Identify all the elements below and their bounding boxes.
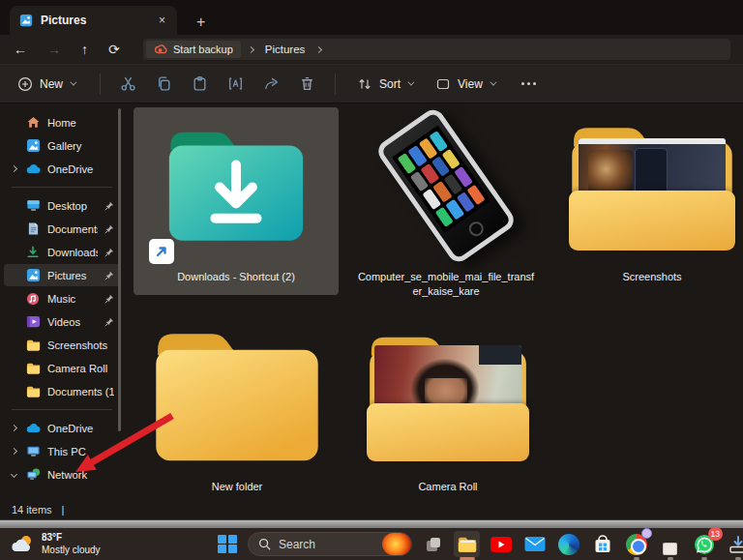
file-name: Camera Roll <box>350 480 546 494</box>
chevron-right-icon[interactable] <box>11 165 17 172</box>
folder-icon <box>25 361 41 376</box>
network-icon <box>25 467 41 483</box>
taskbar-weather-widget[interactable]: 83°F Mostly cloudy <box>10 531 101 556</box>
mail-icon <box>524 536 546 552</box>
sidebar-item-label: Screenshots <box>47 339 114 351</box>
breadcrumb-chevron-icon[interactable] <box>315 45 322 52</box>
file-explorer-window: Pictures × + ← → ↑ ⟳ Start backup Pictur… <box>0 0 743 519</box>
desktop-screen: Pictures × + ← → ↑ ⟳ Start backup Pictur… <box>0 0 743 560</box>
sidebar-item-label: Downloads <box>47 247 98 258</box>
file-tile-camera-roll[interactable]: Camera Roll <box>350 317 546 507</box>
start-button[interactable] <box>215 532 240 557</box>
sort-button[interactable]: Sort <box>357 76 412 92</box>
sidebar-scrollbar[interactable] <box>118 108 121 431</box>
taskbar-chrome-button[interactable] <box>623 531 649 557</box>
plus-circle-icon <box>17 76 33 92</box>
delete-button[interactable] <box>289 68 325 101</box>
breadcrumb-chevron-icon[interactable] <box>248 45 254 52</box>
trash-icon <box>299 75 315 92</box>
new-tab-button[interactable]: + <box>196 15 205 30</box>
pin-icon <box>104 317 114 327</box>
taskbar-copilot-button[interactable] <box>420 531 446 557</box>
sidebar-item-label: Network <box>47 469 114 481</box>
pin-icon <box>104 271 114 280</box>
taskbar-mail-button[interactable] <box>521 531 548 557</box>
view-icon <box>435 76 451 92</box>
weather-condition: Mostly cloudy <box>42 544 101 556</box>
sidebar-item-label: Home <box>47 117 114 129</box>
sidebar-item-documents[interactable]: Documents <box>4 218 120 240</box>
tab-pictures[interactable]: Pictures × <box>10 6 177 35</box>
sidebar-item-label: Videos <box>47 316 98 328</box>
sidebar-item-onedrive-root[interactable]: OneDrive <box>4 417 120 439</box>
sidebar-item-desktop[interactable]: Desktop <box>4 194 120 217</box>
view-button[interactable]: View <box>435 76 494 92</box>
sidebar-item-pictures[interactable]: Pictures <box>4 264 120 286</box>
weather-temp: 83°F <box>42 531 101 544</box>
sidebar-item-gallery[interactable]: Gallery <box>4 134 120 157</box>
sidebar-item-downloads[interactable]: Downloads <box>4 241 120 263</box>
taskbar-whatsapp-button[interactable]: 13 <box>691 531 717 557</box>
chevron-right-icon[interactable] <box>11 448 17 455</box>
file-name: Computer_se_mobile_mai_file_transfer_kai… <box>348 270 544 299</box>
rename-icon <box>227 75 244 92</box>
tab-bar: Pictures × + <box>0 0 743 35</box>
copy-button[interactable] <box>146 68 182 101</box>
cut-button[interactable] <box>110 68 146 101</box>
share-button[interactable] <box>253 68 289 101</box>
paste-button[interactable] <box>182 68 218 101</box>
taskbar-search-input[interactable]: Search <box>248 532 412 556</box>
taskbar-store-button[interactable] <box>589 531 615 557</box>
tab-close-icon[interactable]: × <box>157 14 167 27</box>
search-highlight-image[interactable] <box>382 533 411 555</box>
breadcrumb-pictures[interactable]: Pictures <box>261 44 310 55</box>
up-icon[interactable]: ↑ <box>81 42 88 57</box>
screenshots-folder-icon <box>557 107 743 264</box>
sort-button-label: Sort <box>379 77 401 91</box>
new-button[interactable]: New <box>17 76 74 92</box>
sidebar-item-camera-roll[interactable]: Camera Roll <box>4 357 120 379</box>
sidebar-item-network[interactable]: Network <box>4 463 120 486</box>
rename-button[interactable] <box>218 68 253 101</box>
shortcut-overlay-icon <box>149 239 174 264</box>
file-tile-new-folder[interactable]: New folder <box>139 317 335 507</box>
taskbar-app-button[interactable] <box>657 531 683 557</box>
music-icon <box>25 291 41 307</box>
sidebar-item-this-pc[interactable]: This PC <box>4 440 120 462</box>
sidebar-item-music[interactable]: Music <box>4 287 120 309</box>
mini-window-icon <box>663 543 677 555</box>
taskbar-edge-button[interactable] <box>555 531 581 557</box>
status-bar: 14 items | <box>0 500 743 519</box>
sidebar-item-onedrive[interactable]: OneDrive <box>4 158 120 180</box>
chevron-down-icon <box>70 79 76 86</box>
documents-icon <box>25 221 41 237</box>
sidebar-separator <box>12 409 112 410</box>
sidebar-item-screenshots[interactable]: Screenshots <box>4 334 120 356</box>
taskbar-installer-button[interactable] <box>725 531 743 557</box>
scissors-icon <box>120 75 136 92</box>
sidebar-item-home[interactable]: Home <box>4 111 120 133</box>
start-backup-label: Start backup <box>173 44 233 55</box>
toolbar-divider <box>100 74 101 95</box>
chevron-right-icon[interactable] <box>11 425 17 431</box>
address-bar[interactable]: Start backup Pictures <box>143 39 730 60</box>
view-button-label: View <box>458 77 483 91</box>
chevron-down-icon[interactable] <box>11 471 17 478</box>
file-tile-phone-image[interactable]: Computer_se_mobile_mai_file_transfer_kai… <box>348 107 544 297</box>
new-folder-icon <box>139 317 335 474</box>
background-window-strip <box>0 519 743 528</box>
sidebar-item-documents-1[interactable]: Documents (1) <box>4 380 120 402</box>
see-more-button[interactable] <box>521 82 536 85</box>
refresh-icon[interactable]: ⟳ <box>108 42 120 57</box>
taskbar-file-explorer-button[interactable] <box>454 531 480 557</box>
start-backup-button[interactable]: Start backup <box>146 41 241 58</box>
microsoft-store-icon <box>593 535 612 554</box>
sidebar-item-videos[interactable]: Videos <box>4 310 120 333</box>
taskbar-youtube-button[interactable] <box>488 531 514 557</box>
file-tile-downloads-shortcut[interactable]: Downloads - Shortcut (2) <box>134 107 339 295</box>
back-icon[interactable]: ← <box>14 42 27 57</box>
onedrive-icon <box>25 162 41 177</box>
item-count: 14 items <box>12 504 52 516</box>
downloads-icon <box>25 245 41 260</box>
file-tile-screenshots[interactable]: Screenshots <box>557 107 743 297</box>
